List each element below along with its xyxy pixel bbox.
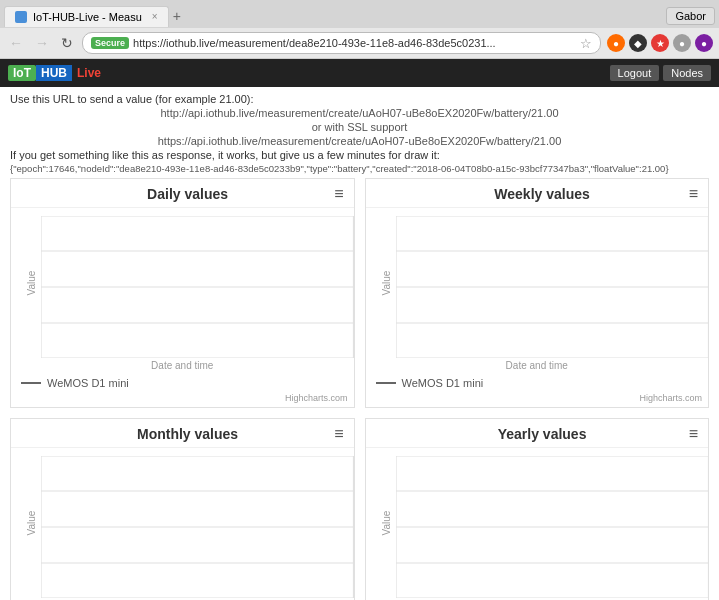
- toolbar-icons: ● ◆ ★ ● ●: [607, 34, 713, 52]
- nodes-button[interactable]: Nodes: [663, 65, 711, 81]
- chart-weekly-legend: WeMOS D1 mini: [366, 375, 709, 393]
- tab-close-icon[interactable]: ×: [152, 11, 158, 22]
- url-instruction: Use this URL to send a value (for exampl…: [10, 93, 709, 105]
- page-content: Use this URL to send a value (for exampl…: [0, 87, 719, 600]
- chart-monthly: Monthly values ≡ Value Date and time W: [10, 418, 355, 600]
- chart-yearly-y-label: Value: [380, 511, 391, 536]
- response-instruction: If you get something like this as respon…: [10, 149, 709, 161]
- forward-button[interactable]: →: [32, 35, 52, 51]
- chart-monthly-svg: [41, 456, 354, 598]
- extension-icon-1[interactable]: ●: [607, 34, 625, 52]
- chart-daily-legend-label: WeMOS D1 mini: [47, 377, 129, 389]
- url-example-http: http://api.iothub.live/measurement/creat…: [10, 107, 709, 119]
- chart-monthly-header: Monthly values ≡: [11, 419, 354, 448]
- tab-bar: IoT-HUB-Live - Measu × + Gabor: [0, 0, 719, 28]
- charts-grid: Daily values ≡ Value Date and time WeM: [10, 178, 709, 600]
- address-bar-row: ← → ↻ Secure https://iothub.live/measure…: [0, 28, 719, 58]
- ssl-label: or with SSL support: [10, 121, 709, 133]
- chart-yearly-header: Yearly values ≡: [366, 419, 709, 448]
- chart-daily: Daily values ≡ Value Date and time WeM: [10, 178, 355, 408]
- chart-weekly-legend-label: WeMOS D1 mini: [402, 377, 484, 389]
- chart-monthly-y-label: Value: [26, 511, 37, 536]
- tab-title: IoT-HUB-Live - Measu: [33, 11, 142, 23]
- chart-weekly-menu-icon[interactable]: ≡: [689, 185, 698, 203]
- reload-button[interactable]: ↻: [58, 35, 76, 51]
- logo-live: Live: [72, 65, 106, 81]
- logo-iot: IoT: [8, 65, 36, 81]
- browser-chrome: IoT-HUB-Live - Measu × + Gabor ← → ↻ Sec…: [0, 0, 719, 59]
- logo-hub: HUB: [36, 65, 72, 81]
- chart-daily-body: Value: [11, 208, 354, 358]
- chart-daily-credit: Highcharts.com: [11, 393, 354, 407]
- legend-line-daily: [21, 382, 41, 384]
- active-tab[interactable]: IoT-HUB-Live - Measu ×: [4, 6, 169, 27]
- response-example: {"epoch":17646,"nodeId":"dea8e210-493e-1…: [10, 163, 709, 174]
- secure-badge: Secure: [91, 37, 129, 49]
- chart-monthly-title: Monthly values: [41, 426, 334, 442]
- chart-weekly-header: Weekly values ≡: [366, 179, 709, 208]
- chart-monthly-menu-icon[interactable]: ≡: [334, 425, 343, 443]
- extension-icon-4[interactable]: ●: [673, 34, 691, 52]
- chart-weekly-title: Weekly values: [396, 186, 689, 202]
- address-text: https://iothub.live/measurement/dea8e210…: [133, 37, 496, 49]
- address-box[interactable]: Secure https://iothub.live/measurement/d…: [82, 32, 601, 54]
- chart-yearly-svg: [396, 456, 709, 598]
- chart-monthly-body: Value: [11, 448, 354, 598]
- back-button[interactable]: ←: [6, 35, 26, 51]
- gabor-button[interactable]: Gabor: [666, 7, 715, 25]
- tab-favicon: [15, 11, 27, 23]
- extension-icon-5[interactable]: ●: [695, 34, 713, 52]
- chart-weekly-credit: Highcharts.com: [366, 393, 709, 407]
- chart-yearly-title: Yearly values: [396, 426, 689, 442]
- extension-icon-3[interactable]: ★: [651, 34, 669, 52]
- extension-icon-2[interactable]: ◆: [629, 34, 647, 52]
- chart-daily-y-label: Value: [26, 271, 37, 296]
- chart-weekly-svg: [396, 216, 709, 358]
- url-example-https: https://api.iothub.live/measurement/crea…: [10, 135, 709, 147]
- chart-daily-title: Daily values: [41, 186, 334, 202]
- chart-daily-menu-icon[interactable]: ≡: [334, 185, 343, 203]
- chart-daily-header: Daily values ≡: [11, 179, 354, 208]
- chart-daily-legend: WeMOS D1 mini: [11, 375, 354, 393]
- legend-line-weekly: [376, 382, 396, 384]
- chart-weekly-y-label: Value: [380, 271, 391, 296]
- chart-yearly-body: Value: [366, 448, 709, 598]
- bookmark-star-icon[interactable]: ☆: [580, 36, 592, 51]
- chart-weekly: Weekly values ≡ Value Date and time We: [365, 178, 710, 408]
- chart-yearly-menu-icon[interactable]: ≡: [689, 425, 698, 443]
- new-tab-icon[interactable]: +: [173, 8, 181, 24]
- logout-button[interactable]: Logout: [610, 65, 660, 81]
- chart-yearly: Yearly values ≡ Value Date and time We: [365, 418, 710, 600]
- chart-weekly-body: Value: [366, 208, 709, 358]
- app-header: IoT HUB Live Logout Nodes: [0, 59, 719, 87]
- chart-daily-svg: [41, 216, 354, 358]
